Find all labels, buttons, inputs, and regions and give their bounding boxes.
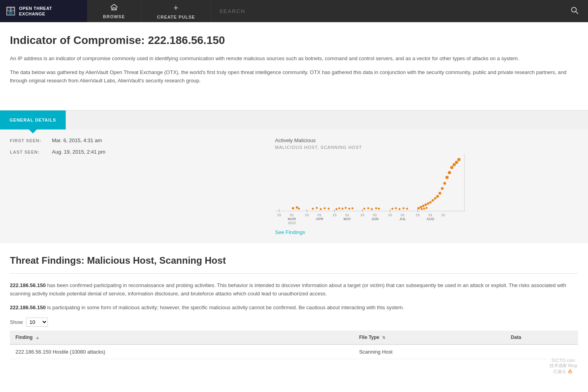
svg-point-46 [351, 207, 353, 209]
threat-ip-bold2: 222.186.56.150 [10, 304, 46, 310]
svg-point-61 [427, 202, 429, 205]
svg-text:15: 15 [305, 213, 309, 217]
svg-text:15: 15 [277, 213, 281, 217]
svg-text:JUN: JUN [371, 217, 379, 221]
svg-point-69 [445, 176, 449, 179]
svg-point-44 [344, 207, 346, 209]
svg-point-66 [438, 192, 441, 195]
svg-text:01: 01 [345, 213, 349, 217]
activity-chart: 15 01 MAR 2015 15 01 APR 15 01 MAY 15 01… [275, 154, 465, 225]
svg-point-40 [327, 208, 329, 210]
first-seen-row: FIRST SEEN: Mar. 6, 2015, 4:31 am [10, 137, 259, 143]
svg-point-50 [375, 207, 377, 209]
details-panel: FIRST SEEN: Mar. 6, 2015, 4:31 am LAST S… [0, 129, 588, 243]
svg-rect-1 [11, 8, 14, 11]
svg-point-59 [422, 205, 424, 207]
svg-point-74 [457, 158, 461, 161]
svg-point-71 [450, 166, 453, 169]
svg-point-57 [417, 207, 420, 209]
create-pulse-icon: + [173, 3, 179, 13]
svg-text:AUG: AUG [426, 217, 434, 221]
threat-findings-title: Threat Findings: Malicious Host, Scannin… [10, 255, 578, 266]
svg-point-75 [421, 208, 422, 210]
threat-section: Threat Findings: Malicious Host, Scannin… [0, 243, 588, 367]
svg-point-73 [455, 161, 458, 164]
nav-browse[interactable]: BROWSE [87, 0, 141, 22]
svg-point-77 [425, 207, 427, 209]
col-finding[interactable]: Finding ▲ [10, 331, 354, 344]
logo-area: OPEN THREAT EXCHANGE [0, 0, 87, 22]
av-logo-svg [7, 7, 14, 15]
svg-text:15: 15 [416, 213, 420, 217]
svg-point-42 [338, 207, 340, 209]
svg-point-41 [335, 208, 337, 210]
svg-text:01: 01 [401, 213, 405, 217]
svg-line-4 [576, 11, 578, 14]
col-file-type[interactable]: File Type ⇅ [354, 331, 505, 344]
svg-point-48 [367, 207, 369, 209]
details-left: FIRST SEEN: Mar. 6, 2015, 4:31 am LAST S… [10, 137, 259, 235]
svg-point-68 [443, 182, 446, 185]
tab-general-details[interactable]: GENERAL DETAILS [0, 110, 66, 129]
svg-text:2015: 2015 [288, 221, 296, 225]
desc2: The data below was gathered by AlienVaul… [10, 69, 568, 85]
last-seen-row: LAST SEEN: Aug. 19, 2015, 2:41 pm [10, 149, 259, 155]
browse-label: BROWSE [103, 14, 125, 19]
svg-point-36 [312, 208, 314, 210]
search-button[interactable] [569, 5, 580, 18]
svg-text:01: 01 [373, 213, 377, 217]
svg-point-45 [348, 208, 350, 210]
svg-text:01: 01 [428, 213, 432, 217]
svg-text:01: 01 [318, 213, 322, 217]
svg-text:MAR: MAR [287, 217, 296, 221]
svg-point-3 [572, 7, 577, 12]
nav-area: BROWSE + CREATE PULSE [87, 0, 588, 22]
sort-finding-icon: ▲ [36, 335, 40, 340]
table-body: 222.186.56.150 Hostile (10080 attacks) S… [10, 344, 578, 359]
first-seen-value: Mar. 6, 2015, 4:31 am [52, 137, 102, 143]
desc1: An IP address is an indicator of comprom… [10, 55, 568, 63]
browse-icon [110, 4, 118, 13]
nav-create-pulse[interactable]: + CREATE PULSE [141, 0, 211, 22]
malicious-tags: MALICIOUS HOST, SCANNING HOST [275, 145, 574, 150]
threat-desc2: 222.186.56.150 is participating in some … [10, 304, 578, 312]
svg-point-37 [316, 207, 318, 209]
svg-point-34 [296, 206, 298, 209]
svg-point-56 [406, 208, 408, 210]
svg-point-53 [395, 207, 397, 209]
svg-point-51 [378, 208, 380, 210]
show-select[interactable]: 10 25 50 [26, 318, 48, 327]
findings-table: Finding ▲ File Type ⇅ Data 222.186.56.15… [10, 331, 578, 359]
last-seen-value: Aug. 19, 2015, 2:41 pm [52, 149, 105, 155]
svg-point-76 [423, 208, 425, 210]
header: OPEN THREAT EXCHANGE BROWSE + CREATE PUL… [0, 0, 588, 22]
table-controls: Show 10 25 50 [10, 318, 578, 327]
search-input[interactable] [219, 8, 565, 14]
see-findings-link[interactable]: See Findings [275, 229, 305, 235]
svg-point-38 [320, 208, 322, 210]
svg-point-55 [402, 207, 404, 209]
threat-ip-bold1: 222.186.56.150 [10, 282, 46, 288]
cell-data [505, 344, 578, 359]
svg-point-64 [434, 197, 436, 200]
logo-icon [6, 7, 15, 15]
table-header-row: Finding ▲ File Type ⇅ Data [10, 331, 578, 344]
svg-text:15: 15 [333, 213, 337, 217]
svg-point-52 [391, 208, 393, 210]
svg-text:15: 15 [441, 213, 445, 217]
threat-desc1: 222.186.56.150 has been confirmed partic… [10, 282, 578, 298]
svg-point-47 [363, 208, 365, 210]
svg-rect-0 [7, 8, 10, 11]
first-seen-label: FIRST SEEN: [10, 138, 46, 143]
svg-point-62 [429, 201, 432, 204]
create-pulse-label: CREATE PULSE [157, 15, 195, 19]
tabs-row: GENERAL DETAILS [0, 110, 588, 129]
svg-point-72 [453, 163, 456, 166]
last-seen-label: LAST SEEN: [10, 150, 46, 154]
tab-section: GENERAL DETAILS [0, 110, 588, 129]
svg-point-70 [448, 171, 451, 174]
svg-point-54 [398, 208, 400, 210]
table-header: Finding ▲ File Type ⇅ Data [10, 331, 578, 344]
svg-point-65 [436, 195, 439, 198]
sort-filetype-icon: ⇅ [382, 335, 385, 340]
